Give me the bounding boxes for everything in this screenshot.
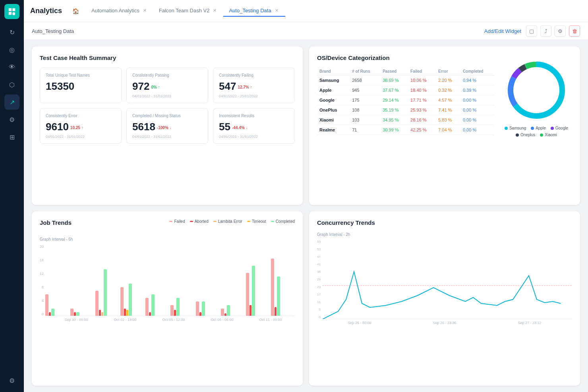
bar-failed xyxy=(246,273,249,316)
legend-aborted: Aborted xyxy=(190,219,209,224)
tab-automation-analytics[interactable]: Automation Analytics ✕ xyxy=(86,5,153,17)
os-table-row: Google 175 29.14 % 17.71 % 4.57 % 0.00 % xyxy=(317,95,494,105)
os-cell-error: 5.83 % xyxy=(436,115,460,125)
bar-completed xyxy=(252,266,255,316)
health-label-error: Consistently Error xyxy=(46,113,116,118)
bar-aborted xyxy=(74,312,76,316)
sidebar-item-gear[interactable]: ⚙ xyxy=(4,373,19,388)
toolbar-settings-button[interactable]: ⚙ xyxy=(555,25,566,37)
bar-lambda xyxy=(101,312,103,316)
sidebar-item-analytics[interactable]: ↗ xyxy=(4,95,19,110)
job-chart-wrapper: 20 16 12 8 4 0 Sep 30 - 00:00 Oct 02 - 1… xyxy=(40,245,295,322)
add-edit-widget-button[interactable]: Add/Edit Widget xyxy=(484,28,521,34)
os-chart-wrapper: Samsung Apple Google Oneplus xyxy=(501,54,572,197)
bar-aborted xyxy=(149,312,151,316)
os-table-row: Xiaomi 103 34.95 % 28.16 % 5.83 % 0.00 % xyxy=(317,115,494,125)
os-table-row: OnePlus 108 35.19 % 25.93 % 7.41 % 0.00 … xyxy=(317,105,494,115)
legend-dot-xiaomi xyxy=(540,133,543,137)
sidebar-item-view[interactable]: 👁 xyxy=(4,60,19,75)
health-item-inconsistent: Inconsistent Results 55-44.4% ↓ 04/01/20… xyxy=(213,108,295,144)
bar-group xyxy=(246,266,270,316)
bar-failed xyxy=(196,301,199,316)
health-label-passing: Consistently Passing xyxy=(132,73,202,78)
health-badge-failing: 12.7% ↑ xyxy=(238,85,252,89)
health-date-inconsistent: 04/01/2021 - 31/01/2022 xyxy=(219,135,289,139)
os-cell-runs: 175 xyxy=(350,95,380,105)
bar-completed xyxy=(227,305,230,316)
tab-close-auto[interactable]: ✕ xyxy=(274,8,280,14)
os-cell-passed: 30.99 % xyxy=(380,125,408,135)
sidebar-item-cube[interactable]: ⬡ xyxy=(4,77,19,92)
health-value-total: 15350 xyxy=(46,80,116,93)
os-col-failed: Failed xyxy=(408,68,436,75)
health-badge-passing: 0% ↑ xyxy=(151,85,160,89)
bar-completed xyxy=(202,301,205,316)
dashboard: Test Case Health Summary Total Unique Te… xyxy=(24,40,588,392)
toolbar-square-button[interactable]: ▢ xyxy=(526,25,537,37)
os-cell-failed: 17.71 % xyxy=(408,95,436,105)
tab-close-falcon[interactable]: ✕ xyxy=(212,8,218,14)
os-cell-passed: 35.19 % xyxy=(380,105,408,115)
toolbar-delete-button[interactable]: 🗑 xyxy=(569,25,580,37)
job-x-axis: Sep 30 - 00:00 Oct 02 - 18:00 Oct 05 - 1… xyxy=(40,318,295,322)
concurrency-card: Concurrency Trends Graph Interval - 2h 5… xyxy=(309,211,580,386)
health-value-passing: 9720% ↑ xyxy=(132,80,202,93)
sidebar-item-layers[interactable]: ⊞ xyxy=(4,129,19,145)
tab-label: Falcon Team Dash V2 xyxy=(159,8,210,14)
sidebar: ↻ ◎ 👁 ⬡ ↗ ⚙ ⊞ ⚙ xyxy=(0,0,24,392)
concurrency-title: Concurrency Trends xyxy=(317,219,572,226)
bar-failed xyxy=(221,309,224,316)
health-label-total: Total Unique Test Names xyxy=(46,73,116,78)
legend-dot-completed-job xyxy=(271,221,274,222)
os-cell-completed: 0.00 % xyxy=(460,95,494,105)
os-cell-failed: 28.16 % xyxy=(408,115,436,125)
health-date-error: 04/01/2022 - 31/01/2022 xyxy=(46,135,116,139)
tab-auto-testing[interactable]: Auto_Testing Data ✕ xyxy=(223,5,285,17)
legend-samsung: Samsung xyxy=(505,126,526,130)
health-item-total: Total Unique Test Names 15350 xyxy=(40,68,122,103)
bar-aborted xyxy=(224,313,226,315)
legend-failed: Failed xyxy=(169,219,185,224)
os-cell-completed: 0.94 % xyxy=(460,75,494,85)
bar-aborted xyxy=(49,312,51,316)
os-cell-failed: 10.06 % xyxy=(408,75,436,85)
legend-dot-google xyxy=(551,127,554,130)
health-date-completed: 04/01/2022 - 31/01/2022 xyxy=(132,135,202,139)
tab-close-automation[interactable]: ✕ xyxy=(142,8,148,14)
os-cell-brand: Google xyxy=(317,95,350,105)
toolbar-actions: Add/Edit Widget ▢ ⤴ ⚙ 🗑 xyxy=(484,25,580,37)
bar-timeout xyxy=(126,310,128,315)
bar-failed xyxy=(271,259,274,316)
toolbar-share-button[interactable]: ⤴ xyxy=(540,25,551,37)
bar-aborted xyxy=(275,307,277,316)
os-cell-failed: 25.93 % xyxy=(408,105,436,115)
bar-group xyxy=(170,298,194,316)
health-label-failing: Consistently Failing xyxy=(219,73,289,78)
job-trends-title: Job Trends xyxy=(40,219,72,226)
legend-xiaomi: Xiaomi xyxy=(540,133,557,137)
main-content: Analytics 🏠 Automation Analytics ✕ Falco… xyxy=(24,0,588,392)
os-device-card: OS/Device Categorization Brand # of Runs… xyxy=(309,46,580,205)
os-col-passed: Passed xyxy=(380,68,408,75)
bar-aborted xyxy=(124,309,126,316)
os-col-brand: Brand xyxy=(317,68,350,75)
os-table-wrapper: Brand # of Runs Passed Failed Error Comp… xyxy=(317,68,494,197)
os-cell-runs: 103 xyxy=(350,115,380,125)
os-cell-brand: Xiaomi xyxy=(317,115,350,125)
sidebar-item-monitor[interactable]: ◎ xyxy=(4,42,19,57)
bar-group xyxy=(145,294,169,316)
bar-group xyxy=(45,294,69,316)
job-trends-card: Job Trends Failed Aborted Lambda Error xyxy=(32,211,303,386)
bar-group xyxy=(120,284,144,316)
sidebar-item-settings-cube[interactable]: ⚙ xyxy=(4,112,19,127)
health-date-failing: 04/01/2022 - 25/01/2022 xyxy=(219,94,289,98)
sidebar-item-refresh[interactable]: ↻ xyxy=(4,25,19,40)
tab-falcon-team[interactable]: Falcon Team Dash V2 ✕ xyxy=(153,5,224,17)
tabs-container: Automation Analytics ✕ Falcon Team Dash … xyxy=(86,5,582,17)
app-logo[interactable] xyxy=(4,4,19,19)
bar-failed xyxy=(70,309,74,316)
os-cell-brand: OnePlus xyxy=(317,105,350,115)
home-button[interactable]: 🏠 xyxy=(70,6,81,17)
os-cell-passed: 37.67 % xyxy=(380,85,408,95)
os-cell-error: 4.57 % xyxy=(436,95,460,105)
